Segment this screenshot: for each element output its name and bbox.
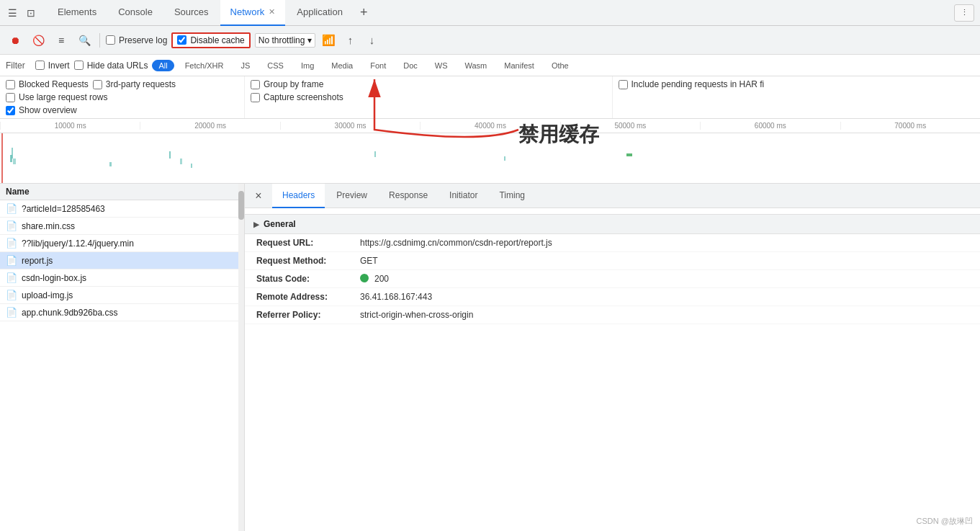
list-item[interactable]: 📄 csdn-login-box.js [0, 269, 244, 287]
file-icon: 📄 [6, 272, 17, 283]
section-header-general[interactable]: ▶ General [245, 214, 980, 234]
include-pending-label[interactable]: Include pending requests in HAR fi [619, 79, 765, 89]
file-list-header: Name [0, 184, 244, 200]
detail-row-referrer-policy: Referrer Policy: strict-origin-when-cros… [245, 306, 980, 324]
list-item[interactable]: 📄 app.chunk.9db926ba.css [0, 304, 244, 321]
detail-key-method: Request Method: [256, 256, 357, 266]
filter-wasm-button[interactable]: Wasm [459, 60, 494, 71]
large-rows-label[interactable]: Use large request rows [6, 92, 107, 102]
capture-screenshots-checkbox[interactable] [251, 93, 260, 102]
file-icon: 📄 [6, 255, 17, 266]
blocked-requests-label[interactable]: Blocked Requests [6, 79, 89, 89]
large-rows-checkbox[interactable] [6, 93, 15, 102]
filter-img-button[interactable]: Img [295, 60, 320, 71]
filter-font-button[interactable]: Font [364, 60, 392, 71]
detail-row-request-url: Request URL: https://g.csdnimg.cn/common… [245, 234, 980, 252]
third-party-label[interactable]: 3rd-party requests [93, 79, 176, 89]
capture-screenshots-label[interactable]: Capture screenshots [251, 92, 343, 102]
svg-rect-3 [13, 159, 16, 164]
options-col-right: Include pending requests in HAR fi [613, 76, 981, 118]
filter-all-button[interactable]: All [152, 60, 174, 71]
tab-elements[interactable]: Elements [48, 0, 107, 26]
group-by-frame-checkbox[interactable] [251, 80, 260, 89]
detail-val-referrer: strict-origin-when-cross-origin [360, 310, 473, 320]
show-overview-checkbox[interactable] [6, 106, 15, 115]
filter-label: Filter [6, 61, 25, 71]
filter-ws-button[interactable]: WS [428, 60, 454, 71]
device-toolbar-icon[interactable]: ⊡ [24, 6, 37, 19]
filter-media-button[interactable]: Media [325, 60, 359, 71]
close-details-button[interactable]: × [251, 188, 266, 204]
tab-response[interactable]: Response [379, 184, 438, 208]
list-item[interactable]: 📄 ?articleId=128585463 [0, 200, 244, 218]
clear-button[interactable]: 🚫 [29, 31, 48, 50]
svg-rect-9 [504, 156, 505, 161]
invert-checkbox-label[interactable]: Invert [35, 61, 70, 71]
timeline-graph [0, 133, 980, 184]
tab-headers[interactable]: Headers [272, 184, 325, 208]
tab-sources[interactable]: Sources [164, 0, 219, 26]
tick-4: 50000 ms [560, 122, 700, 130]
search-button[interactable]: 🔍 [75, 31, 94, 50]
tick-5: 60000 ms [700, 122, 840, 130]
tab-timing[interactable]: Timing [489, 184, 535, 208]
list-item[interactable]: 📄 ??lib/jquery/1.12.4/jquery.min [0, 235, 244, 252]
close-network-tab-icon[interactable]: ✕ [269, 7, 275, 17]
status-green-icon [360, 274, 369, 282]
filter-css-button[interactable]: CSS [261, 60, 290, 71]
list-item-selected[interactable]: 📄 report.js [0, 252, 244, 269]
show-overview-label[interactable]: Show overview [6, 105, 77, 115]
tab-network[interactable]: Network ✕ [220, 0, 286, 26]
file-icon: 📄 [6, 220, 17, 231]
add-tab-button[interactable]: + [354, 5, 374, 20]
disable-cache-checkbox[interactable] [177, 35, 186, 45]
scroll-thumb[interactable] [238, 191, 244, 220]
hide-data-urls-checkbox[interactable] [74, 61, 84, 70]
tab-bar-icons: ☰ ⊡ [6, 6, 37, 19]
wifi-icon[interactable]: 📶 [320, 32, 337, 49]
filter-list-button[interactable]: ≡ [52, 31, 71, 50]
devtools-settings-icon[interactable]: ⋮ [954, 4, 974, 22]
include-pending-checkbox[interactable] [619, 80, 628, 89]
tick-1: 20000 ms [140, 122, 279, 130]
blocked-requests-checkbox[interactable] [6, 80, 15, 89]
inspect-element-icon[interactable]: ☰ [6, 6, 19, 19]
tab-initiator[interactable]: Initiator [439, 184, 487, 208]
record-button[interactable]: ⏺ [6, 31, 24, 50]
detail-val-url: https://g.csdnimg.cn/common/csdn-report/… [360, 238, 552, 248]
svg-rect-5 [169, 151, 171, 159]
throttle-select[interactable]: No throttling ▾ [255, 33, 316, 48]
preserve-log-checkbox[interactable] [106, 35, 115, 45]
hide-data-urls-checkbox-label[interactable]: Hide data URLs [74, 61, 148, 71]
watermark: CSDN @故琳凹 [917, 516, 973, 527]
filter-other-button[interactable]: Othe [545, 60, 575, 71]
details-panel: × Headers Preview Response Initiator Tim… [245, 184, 980, 531]
file-icon: 📄 [6, 307, 17, 318]
import-har-button[interactable]: ↑ [341, 32, 359, 49]
tab-preview[interactable]: Preview [326, 184, 377, 208]
general-section: ▶ General Request URL: https://g.csdnimg… [245, 208, 980, 330]
detail-key-remote: Remote Address: [256, 292, 357, 302]
detail-val-remote: 36.41.168.167:443 [360, 292, 432, 302]
filter-doc-button[interactable]: Doc [397, 60, 424, 71]
group-by-frame-label[interactable]: Group by frame [251, 79, 323, 89]
throttle-dropdown-icon: ▾ [307, 35, 312, 45]
third-party-checkbox[interactable] [93, 80, 102, 89]
disable-cache-checkbox-label[interactable]: Disable cache [171, 32, 250, 48]
list-item[interactable]: 📄 share.min.css [0, 218, 244, 235]
export-har-button[interactable]: ↓ [363, 32, 380, 49]
invert-checkbox[interactable] [35, 61, 45, 70]
svg-rect-4 [109, 162, 112, 166]
filter-manifest-button[interactable]: Manifest [498, 60, 541, 71]
tick-6: 70000 ms [840, 122, 980, 130]
filter-fetchxhr-button[interactable]: Fetch/XHR [179, 60, 230, 71]
svg-rect-8 [374, 151, 376, 157]
preserve-log-checkbox-label[interactable]: Preserve log [106, 35, 167, 45]
tab-application[interactable]: Application [287, 0, 353, 26]
scroll-track[interactable] [238, 184, 244, 531]
filter-js-button[interactable]: JS [234, 60, 256, 71]
file-icon: 📄 [6, 238, 17, 249]
list-item[interactable]: 📄 upload-img.js [0, 287, 244, 304]
tab-console[interactable]: Console [108, 0, 163, 26]
section-triangle-icon: ▶ [253, 220, 259, 228]
